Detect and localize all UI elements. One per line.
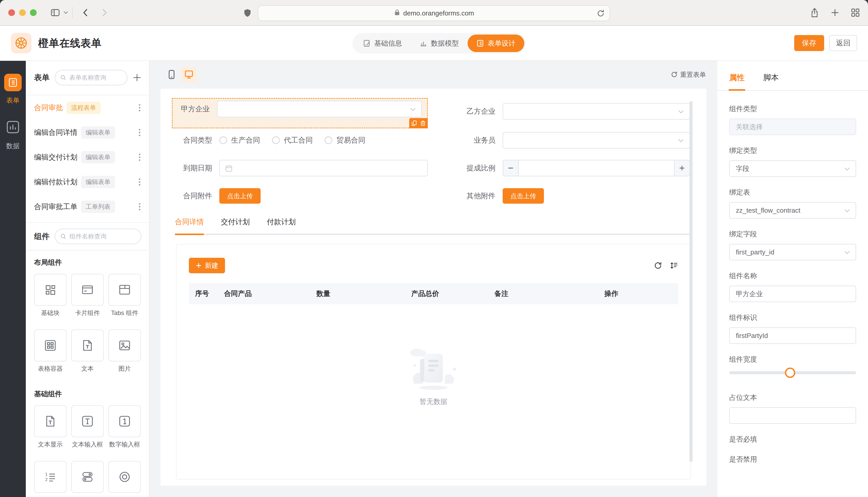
increase-button[interactable] bbox=[674, 160, 689, 176]
form-list-item[interactable]: 编辑合同详情 编辑表单 bbox=[26, 120, 149, 145]
radio-production-contract[interactable]: 生产合同 bbox=[219, 135, 260, 145]
upload-button[interactable]: 点击上传 bbox=[502, 188, 544, 204]
more-menu-icon[interactable] bbox=[137, 152, 142, 163]
tab-basic-info[interactable]: 基础信息 bbox=[354, 34, 411, 52]
selected-field-first-party[interactable]: 甲方企业 bbox=[172, 98, 428, 128]
tab-contract-detail[interactable]: 合同详情 bbox=[175, 217, 204, 233]
component-text[interactable]: 文本 bbox=[71, 329, 104, 373]
save-button[interactable]: 保存 bbox=[794, 35, 824, 51]
tab-properties[interactable]: 属性 bbox=[729, 72, 745, 90]
browser-chrome: demo.orangeforms.com bbox=[0, 0, 868, 26]
radio-oem-contract[interactable]: 代工合同 bbox=[272, 135, 313, 145]
component-search-input[interactable] bbox=[69, 233, 136, 240]
new-row-button[interactable]: 新建 bbox=[189, 258, 225, 273]
field-salesman: 业务员 bbox=[458, 132, 690, 148]
sidebar-toggle-icon[interactable] bbox=[51, 8, 60, 17]
component-search[interactable] bbox=[55, 229, 141, 244]
component-id-input[interactable] bbox=[729, 327, 856, 344]
component-text-input[interactable]: 文本输入框 bbox=[71, 405, 104, 449]
canvas-scrollbar[interactable] bbox=[689, 101, 692, 462]
form-type-badge: 编辑表单 bbox=[81, 151, 115, 164]
field-disabled: 是否禁用 bbox=[729, 455, 856, 464]
component-text-display[interactable]: 文本显示 bbox=[34, 405, 67, 449]
reload-icon[interactable] bbox=[597, 9, 605, 17]
first-party-select[interactable] bbox=[217, 101, 422, 117]
form-type-badge: 编辑表单 bbox=[81, 126, 115, 139]
component-image[interactable]: 图片 bbox=[108, 329, 141, 373]
more-menu-icon[interactable] bbox=[137, 102, 142, 113]
component-basic-block[interactable]: 基础块 bbox=[34, 274, 67, 317]
component-tabs[interactable]: Tabs 组件 bbox=[108, 274, 141, 317]
radio-trade-contract[interactable]: 贸易合同 bbox=[325, 135, 366, 145]
tab-form-design[interactable]: 表单设计 bbox=[468, 34, 524, 52]
bind-table-select[interactable]: zz_test_flow_contract bbox=[729, 202, 856, 218]
panel-tabs: 属性 脚本 bbox=[717, 60, 868, 91]
form-list-item[interactable]: 合同审批工单 工单列表 bbox=[26, 194, 149, 219]
reset-form-button[interactable]: 重置表单 bbox=[671, 70, 706, 79]
upload-button[interactable]: 点击上传 bbox=[219, 188, 261, 204]
due-date-input[interactable] bbox=[219, 160, 428, 176]
salesman-select[interactable] bbox=[502, 132, 690, 148]
placeholder-text-input[interactable] bbox=[729, 407, 856, 424]
zoom-window-button[interactable] bbox=[30, 9, 37, 16]
close-window-button[interactable] bbox=[8, 9, 15, 16]
component-card[interactable]: 卡片组件 bbox=[71, 274, 104, 317]
tab-script[interactable]: 脚本 bbox=[763, 72, 779, 90]
second-party-select[interactable] bbox=[502, 103, 690, 119]
component-switch[interactable]: 开关组件 bbox=[71, 461, 104, 497]
commission-input[interactable] bbox=[519, 160, 674, 176]
share-icon[interactable] bbox=[810, 8, 819, 17]
component-radio[interactable]: 单选组件 bbox=[108, 461, 141, 497]
component-table-container[interactable]: 表格容器 bbox=[34, 329, 67, 373]
blocks-icon bbox=[34, 274, 67, 306]
delete-icon[interactable] bbox=[420, 120, 426, 126]
minimize-window-button[interactable] bbox=[19, 9, 26, 16]
bind-field-select[interactable]: first_party_id bbox=[729, 244, 856, 260]
back-nav-button[interactable]: 返回 bbox=[829, 35, 857, 51]
slider-thumb[interactable] bbox=[785, 368, 795, 378]
tab-data-model[interactable]: 数据模型 bbox=[411, 34, 468, 52]
address-bar[interactable]: demo.orangeforms.com bbox=[258, 5, 610, 21]
form-list-item[interactable]: 编辑交付计划 编辑表单 bbox=[26, 145, 149, 170]
form-list-item[interactable]: 编辑付款计划 编辑表单 bbox=[26, 170, 149, 194]
more-menu-icon[interactable] bbox=[137, 201, 142, 212]
mobile-preview-icon[interactable] bbox=[167, 70, 177, 80]
new-tab-icon[interactable] bbox=[831, 9, 839, 17]
add-form-button[interactable] bbox=[133, 73, 141, 82]
column-order-icon[interactable] bbox=[670, 261, 678, 270]
more-menu-icon[interactable] bbox=[137, 127, 142, 138]
desktop-preview-icon[interactable] bbox=[181, 67, 197, 82]
form-list-item[interactable]: 合同审批 流程表单 bbox=[26, 95, 149, 120]
search-icon bbox=[60, 74, 66, 81]
text-display-icon bbox=[34, 405, 67, 437]
tab-payment-plan[interactable]: 付款计划 bbox=[267, 217, 296, 233]
tab-overview-icon[interactable] bbox=[851, 8, 860, 17]
rail-item-forms[interactable]: 表单 bbox=[4, 74, 22, 105]
forward-button[interactable] bbox=[102, 9, 108, 17]
copy-icon[interactable] bbox=[411, 120, 417, 126]
field-label: 乙方企业 bbox=[458, 106, 502, 116]
component-number-range[interactable]: 12 数字范围... bbox=[34, 461, 67, 497]
tab-delivery-plan[interactable]: 交付计划 bbox=[221, 217, 250, 233]
component-name-input[interactable] bbox=[729, 286, 856, 302]
refresh-icon[interactable] bbox=[654, 261, 662, 270]
form-search[interactable] bbox=[55, 70, 127, 85]
privacy-shield-icon[interactable] bbox=[244, 9, 251, 19]
rail-item-data[interactable]: 数据 bbox=[5, 119, 20, 151]
rail-item-label: 数据 bbox=[6, 142, 19, 151]
chevron-down-icon[interactable] bbox=[64, 11, 68, 14]
field-label: 合同类型 bbox=[175, 135, 219, 145]
field-placeholder-text: 占位文本 bbox=[729, 393, 856, 424]
field-second-party: 乙方企业 bbox=[458, 103, 690, 119]
back-button[interactable] bbox=[82, 9, 88, 17]
decrease-button[interactable] bbox=[503, 160, 519, 176]
url-text: demo.orangeforms.com bbox=[403, 9, 474, 17]
component-number-input[interactable]: 数字输入框 bbox=[108, 405, 141, 449]
width-slider[interactable] bbox=[729, 371, 856, 374]
chevron-down-icon bbox=[678, 110, 684, 113]
sidebar: 表单 合同审批 流程表单 编辑合同详情 编辑表单 bbox=[26, 60, 150, 497]
form-search-input[interactable] bbox=[69, 74, 122, 81]
more-menu-icon[interactable] bbox=[137, 176, 142, 188]
bind-type-select[interactable]: 字段 bbox=[729, 160, 856, 177]
field-contract-type[interactable]: 合同类型 生产合同 代工合同 贸易合同 bbox=[175, 132, 428, 148]
